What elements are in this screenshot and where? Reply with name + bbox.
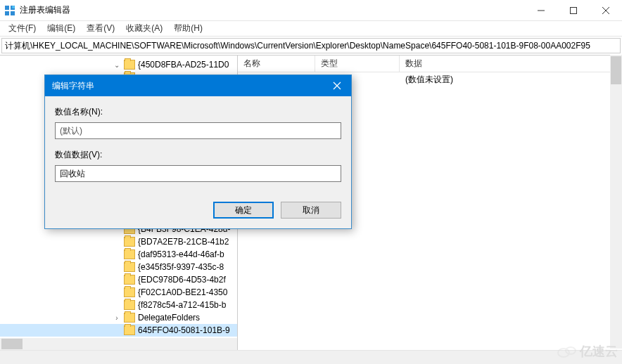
folder-icon	[124, 287, 135, 297]
list-vertical-scrollbar[interactable]	[610, 55, 622, 349]
folder-icon	[124, 325, 135, 335]
list-header: 名称 类型 数据	[238, 56, 622, 72]
tree-item-label: {daf95313-e44d-46af-b	[138, 249, 224, 259]
folder-icon	[124, 275, 135, 285]
svg-rect-6	[571, 7, 577, 13]
svg-rect-3	[11, 11, 15, 15]
tree-item-label: {e345f35f-9397-435c-8	[138, 262, 224, 272]
column-header-type[interactable]: 类型	[315, 56, 400, 72]
menu-bar: 文件(F) 编辑(E) 查看(V) 收藏夹(A) 帮助(H)	[0, 21, 622, 37]
menu-view[interactable]: 查看(V)	[81, 21, 120, 36]
column-header-data[interactable]: 数据	[400, 56, 622, 72]
tree-item-label: {EDC978D6-4D53-4b2f	[138, 275, 226, 285]
dialog-close-button[interactable]	[323, 75, 351, 96]
svg-rect-2	[5, 11, 9, 15]
svg-point-12	[566, 347, 576, 354]
column-header-name[interactable]: 名称	[238, 56, 315, 72]
tree-item[interactable]: {f8278c54-a712-415b-b	[0, 299, 237, 311]
folder-icon	[124, 249, 135, 259]
menu-edit[interactable]: 编辑(E)	[42, 21, 81, 36]
window-titlebar: 注册表编辑器	[0, 0, 622, 21]
minimize-button[interactable]	[525, 0, 557, 20]
folder-icon	[124, 313, 135, 323]
folder-icon	[124, 237, 135, 247]
tree-item-label: DelegateFolders	[138, 313, 200, 323]
watermark-text: 亿速云	[580, 343, 618, 360]
dialog-title-text: 编辑字符串	[52, 80, 94, 92]
tree-item-label: {F02C1A0D-BE21-4350	[138, 287, 227, 297]
folder-icon	[124, 300, 135, 310]
edit-string-dialog: 编辑字符串 数值名称(N): 数值数据(V): 确定 取消	[44, 74, 352, 229]
tree-item[interactable]: ⌄{450D8FBA-AD25-11D0	[0, 58, 237, 71]
window-title: 注册表编辑器	[20, 4, 525, 16]
menu-favorites[interactable]: 收藏夹(A)	[120, 21, 168, 36]
tree-item-label: {450D8FBA-AD25-11D0	[138, 60, 229, 70]
tree-item[interactable]: {BD7A2E7B-21CB-41b2	[0, 235, 237, 248]
maximize-button[interactable]	[557, 0, 590, 20]
regedit-app-icon	[4, 5, 15, 16]
tree-item-label: 645FFO40-5081-101B-9	[138, 325, 230, 335]
tree-horizontal-scrollbar[interactable]	[0, 338, 237, 350]
cancel-button[interactable]: 取消	[281, 202, 341, 219]
watermark: 亿速云	[557, 343, 618, 360]
close-button[interactable]	[590, 0, 622, 20]
tree-item-label: {BD7A2E7B-21CB-41b2	[138, 237, 229, 247]
folder-icon	[124, 262, 135, 272]
tree-expander-icon[interactable]: ⌄	[113, 61, 121, 69]
address-bar[interactable]: 计算机\HKEY_LOCAL_MACHINE\SOFTWARE\Microsof…	[1, 38, 621, 53]
value-name-input[interactable]	[55, 122, 341, 139]
tree-item[interactable]: ›DelegateFolders	[0, 311, 237, 324]
dialog-titlebar[interactable]: 编辑字符串	[45, 75, 351, 96]
menu-file[interactable]: 文件(F)	[3, 21, 42, 36]
menu-help[interactable]: 帮助(H)	[168, 21, 208, 36]
tree-item[interactable]: {e345f35f-9397-435c-8	[0, 261, 237, 273]
tree-expander-icon[interactable]: ›	[113, 314, 121, 322]
tree-item[interactable]: 645FFO40-5081-101B-9	[0, 324, 237, 337]
folder-icon	[124, 60, 135, 70]
ok-button[interactable]: 确定	[213, 202, 274, 219]
value-data-label: 数值数据(V):	[55, 149, 341, 161]
tree-item[interactable]: {F02C1A0D-BE21-4350	[0, 286, 237, 299]
value-data-input[interactable]	[55, 165, 341, 182]
value-name-label: 数值名称(N):	[55, 106, 341, 118]
svg-rect-0	[5, 6, 9, 10]
cell-data: (数值未设置)	[400, 74, 622, 86]
svg-point-4	[12, 6, 15, 8]
status-bar	[0, 350, 622, 364]
tree-item[interactable]: {EDC978D6-4D53-4b2f	[0, 273, 237, 286]
tree-item-label: {f8278c54-a712-415b-b	[138, 300, 226, 310]
tree-item[interactable]: {daf95313-e44d-46af-b	[0, 248, 237, 261]
